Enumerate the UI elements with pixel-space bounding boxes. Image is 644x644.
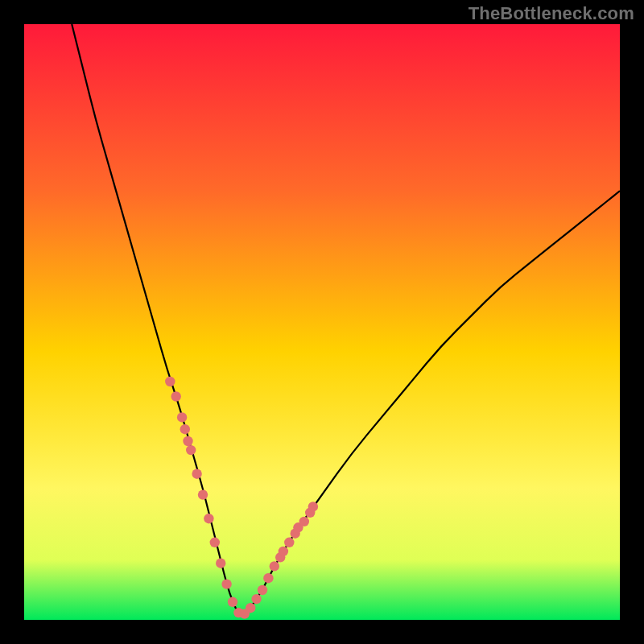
chart-background [24, 24, 620, 620]
highlight-dot [258, 585, 267, 595]
highlight-dot [198, 489, 208, 499]
highlight-dot [192, 469, 201, 479]
highlight-dot [204, 514, 213, 523]
highlight-dot [228, 597, 237, 607]
watermark-text: TheBottleneck.com [469, 3, 634, 24]
highlight-dot [177, 412, 187, 422]
highlight-dot [210, 538, 220, 547]
highlight-dot [216, 559, 225, 568]
highlight-dot [284, 538, 294, 547]
highlight-dot [186, 445, 196, 455]
highlight-dot [221, 579, 231, 588]
highlight-dot [246, 603, 255, 613]
highlight-dot [263, 573, 273, 583]
chart-svg [24, 24, 620, 620]
chart-plot-area [24, 24, 620, 620]
highlight-dot [279, 547, 288, 556]
chart-frame: TheBottleneck.com [0, 0, 644, 644]
highlight-dot [270, 561, 279, 571]
highlight-dot [308, 502, 318, 511]
highlight-dot [251, 594, 261, 604]
highlight-dot [183, 436, 192, 446]
highlight-dot [299, 517, 309, 526]
highlight-dot [180, 424, 190, 434]
highlight-dot [171, 391, 181, 401]
highlight-dot [165, 377, 175, 386]
